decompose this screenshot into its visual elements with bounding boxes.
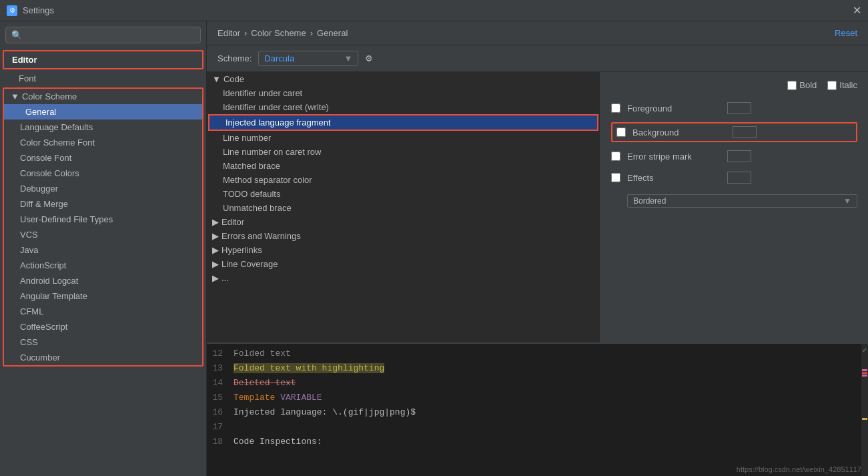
line-coverage-triangle: ▶ [212,259,219,269]
scroll-mark-3 [862,375,867,377]
settings-dialog: 🔍 Editor Font ▼ Color Scheme General Lan… [0,21,868,476]
italic-cb: Italic [827,80,857,90]
tree-item-identifier-under-caret[interactable]: Identifier under caret [207,86,600,100]
hyperlinks-triangle: ▶ [212,245,219,255]
errors-label: Errors and Warnings [222,231,301,241]
title-bar: ⚙ Settings ✕ [0,0,868,21]
preview-line-13: Folded text with highlighting [234,361,856,376]
sidebar-item-console-font[interactable]: Console Font [4,150,202,166]
sidebar-item-editor[interactable]: Editor [4,51,202,68]
breadcrumb-color-scheme: Color Scheme [251,28,306,38]
search-icon: 🔍 [11,30,22,40]
sidebar-item-diff-merge[interactable]: Diff & Merge [4,196,202,212]
window-title: Settings [23,5,54,15]
close-button[interactable]: ✕ [853,4,861,17]
line-coverage-label: Line Coverage [222,259,278,269]
scroll-mark-4 [862,418,867,420]
sidebar-item-css[interactable]: CSS [4,334,202,350]
tree-section-code[interactable]: ▼ Code [207,72,600,86]
breadcrumb-editor: Editor [218,28,240,38]
editor-triangle: ▶ [212,217,219,227]
reset-button[interactable]: Reset [835,28,857,38]
code-area: Folded text Folded text with highlightin… [228,344,861,476]
tree-section-line-coverage[interactable]: ▶ Line Coverage [207,257,600,271]
main-area: 🔍 Editor Font ▼ Color Scheme General Lan… [0,21,868,476]
scheme-row: Scheme: Darcula ▼ ⚙ [207,45,868,72]
preview-line-15: Template VARIABLE [234,391,856,405]
gear-icon[interactable]: ⚙ [365,53,373,63]
tree-item-todo-defaults[interactable]: TODO defaults [207,187,600,201]
color-scheme-section: ▼ Color Scheme General Language Defaults… [3,87,203,367]
scroll-mark-1 [862,369,867,371]
preview-scrollbar: ✓ [861,344,868,476]
tree-section-more[interactable]: ▶ ... [207,271,600,285]
tree-item-injected-language-fragment[interactable]: Injected language fragment [208,114,598,131]
scroll-check-icon: ✓ [862,345,867,355]
sidebar-item-user-defined[interactable]: User-Defined File Types [4,212,202,227]
content-body: ▼ Code Identifier under caret Identifier… [207,72,868,342]
sidebar-item-android-logcat[interactable]: Android Logcat [4,273,202,288]
sidebar: 🔍 Editor Font ▼ Color Scheme General Lan… [0,21,207,476]
foreground-row: Foreground [611,101,857,115]
scheme-select[interactable]: Darcula ▼ [258,51,358,66]
breadcrumb: Editor › Color Scheme › General [218,28,348,38]
sidebar-item-vcs[interactable]: VCS [4,227,202,242]
background-checkbox[interactable] [616,128,626,137]
tree-section-hyperlinks[interactable]: ▶ Hyperlinks [207,243,600,257]
hyperlinks-label: Hyperlinks [222,245,262,255]
sidebar-item-color-scheme-font[interactable]: Color Scheme Font [4,135,202,150]
sidebar-item-console-colors[interactable]: Console Colors [4,166,202,181]
tree-item-line-number[interactable]: Line number [207,131,600,145]
content-area: Editor › Color Scheme › General Reset Sc… [207,21,868,476]
effects-dropdown[interactable]: Bordered ▼ [627,194,857,208]
effects-swatch[interactable] [727,172,751,184]
search-box[interactable]: 🔍 [5,27,201,43]
search-input[interactable] [26,30,195,40]
error-stripe-swatch[interactable] [727,150,751,162]
error-stripe-checkbox[interactable] [611,152,620,161]
tree-item-method-separator-color[interactable]: Method separator color [207,173,600,187]
breadcrumb-general: General [317,28,348,38]
sidebar-item-angular-template[interactable]: Angular Template [4,288,202,304]
color-scheme-header[interactable]: ▼ Color Scheme [4,89,202,104]
line-numbers: 12 13 14 15 16 17 18 [207,344,228,476]
app-icon: ⚙ [7,5,17,16]
preview-panel: 12 13 14 15 16 17 18 Folded text Folded … [207,342,868,476]
bold-cb: Bold [787,80,817,90]
tree-section-errors[interactable]: ▶ Errors and Warnings [207,229,600,243]
sidebar-item-coffeescript[interactable]: CoffeeScript [4,319,202,334]
bold-checkbox[interactable] [787,81,797,90]
errors-triangle: ▶ [212,231,219,241]
color-scheme-label: Color Scheme [22,91,77,101]
tree-item-matched-brace[interactable]: Matched brace [207,159,600,173]
foreground-swatch[interactable] [727,102,751,114]
background-label: Background [632,128,726,138]
sidebar-item-language-defaults[interactable]: Language Defaults [4,120,202,135]
tree-item-unmatched-brace[interactable]: Unmatched brace [207,201,600,215]
effects-checkbox[interactable] [611,173,620,182]
effects-value: Bordered [633,196,666,206]
effects-row: Effects [611,170,857,185]
background-swatch[interactable] [733,126,757,138]
sidebar-item-font[interactable]: Font [0,71,206,86]
error-stripe-label: Error stripe mark [627,152,721,162]
tree-section-editor[interactable]: ▶ Editor [207,215,600,229]
bold-italic-row: Bold Italic [611,80,857,90]
tree-item-line-number-caret-row[interactable]: Line number on caret row [207,145,600,159]
properties-panel: Bold Italic Foreground [600,72,868,342]
sidebar-nav: Editor Font ▼ Color Scheme General Langu… [0,49,206,476]
sidebar-item-general[interactable]: General [4,104,202,120]
foreground-checkbox[interactable] [611,103,620,113]
sidebar-item-actionscript[interactable]: ActionScript [4,258,202,273]
title-bar-left: ⚙ Settings [7,5,54,16]
italic-checkbox[interactable] [827,81,837,90]
sidebar-item-java[interactable]: Java [4,242,202,258]
sidebar-item-debugger[interactable]: Debugger [4,181,202,196]
tree-item-identifier-under-caret-write[interactable]: Identifier under caret (write) [207,100,600,114]
content-header: Editor › Color Scheme › General Reset [207,21,868,45]
sidebar-item-cfml[interactable]: CFML [4,304,202,319]
sidebar-item-cucumber[interactable]: Cucumber [4,350,202,365]
preview-line-16: Injected language: \.(gif|jpg|png)$ [234,405,856,420]
scheme-label: Scheme: [218,53,252,63]
code-triangle: ▼ [212,74,221,84]
